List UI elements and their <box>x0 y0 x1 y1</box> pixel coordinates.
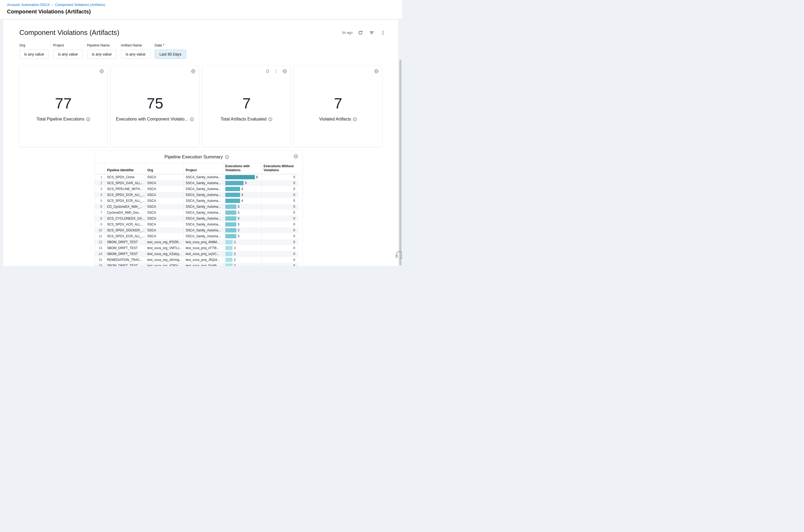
stat-value: 75 <box>111 96 199 111</box>
executions-with-violations-cell: 2 <box>223 239 261 245</box>
executions-with-violations-cell: 3 <box>223 233 261 239</box>
table-row[interactable]: 7CycloneDX_With_Doc...SSCASSCA_Sanity_Au… <box>95 210 298 215</box>
executions-without-violations-cell: 0 <box>261 263 298 266</box>
support-chat-icon[interactable] <box>395 250 402 260</box>
table-row[interactable]: 5SCS_SPDX_ECR_ALL_...SSCASSCA_Sanity_Aut… <box>95 198 298 204</box>
table-row[interactable]: 15REMEDIATION_TRAC...test_ssca_org_zbVmg… <box>95 257 298 263</box>
row-number-cell: 1 <box>95 174 105 180</box>
table-row[interactable]: 8SCS_CYCLONEDX_GA...SSCASSCA_Sanity_Auto… <box>95 215 298 222</box>
alert-bell-icon[interactable] <box>265 69 270 74</box>
violations-bar-value: 8 <box>256 175 258 179</box>
executions-with-violations-cell: 2 <box>223 257 261 263</box>
org-cell: test_ssca_org_tF5Zf0... <box>145 239 183 245</box>
refresh-icon[interactable] <box>358 30 363 35</box>
table-row[interactable]: 14SBOM_DRIFT_TESTtest_ssca_org_XZalzy...… <box>95 251 298 257</box>
violations-bar[interactable] <box>225 210 236 215</box>
table-row[interactable]: 10SCS_SPDX_DOCKER_...SSCASSCA_Sanity_Aut… <box>95 227 298 233</box>
dashboard-title: Component Violations (Artifacts) <box>19 28 119 37</box>
violations-bar-wrap: 2 <box>225 246 259 250</box>
table-row[interactable]: 2SCS_SPDX_GAR_ALL...SSCASSCA_Sanity_Auto… <box>95 180 298 186</box>
row-number-cell: 2 <box>95 180 105 186</box>
violations-bar-value: 3 <box>238 228 240 232</box>
info-icon[interactable] <box>353 117 357 121</box>
violations-bar[interactable] <box>225 234 236 239</box>
violations-bar[interactable] <box>225 264 233 266</box>
violations-bar[interactable] <box>225 228 236 232</box>
filter-icon[interactable] <box>369 30 374 35</box>
stat-label: Violated Artifacts <box>294 117 382 121</box>
executions-without-violations-cell: 0 <box>261 245 298 251</box>
violations-bar[interactable] <box>225 181 244 185</box>
globe-icon[interactable] <box>294 154 298 159</box>
globe-icon[interactable] <box>282 69 287 74</box>
pipeline-identifier-cell: SCS_SPDX_ECR_ALL_... <box>105 192 145 198</box>
column-header-executions-without-violations[interactable]: Executions Without Violations <box>261 163 298 174</box>
violations-bar[interactable] <box>225 175 255 179</box>
filter-label: Project <box>53 43 83 47</box>
violations-bar[interactable] <box>225 222 236 227</box>
breadcrumb-current-link[interactable]: Component Violations (Artifacts) <box>55 3 105 7</box>
violations-bar-value: 3 <box>238 223 240 226</box>
scrollbar-thumb[interactable] <box>399 60 401 265</box>
violations-bar[interactable] <box>225 205 236 209</box>
filter-button[interactable]: is any value <box>19 50 49 59</box>
row-number-cell: 15 <box>95 257 105 263</box>
info-icon[interactable] <box>268 117 272 121</box>
violations-bar-value: 4 <box>241 199 243 203</box>
filter-button[interactable]: Last 90 Days <box>155 50 186 59</box>
tile-controls <box>265 69 287 74</box>
column-header-pipeline-identifier[interactable]: Pipeline Identifier <box>105 163 145 174</box>
pipeline-identifier-cell: SCS_SPDX_ECR_ALL_... <box>105 233 145 239</box>
table-row[interactable]: 9SCS_SPDX_ACR_ALL...SSCASSCA_Sanity_Auto… <box>95 222 298 227</box>
tile-controls <box>191 69 195 74</box>
kebab-icon[interactable] <box>274 69 279 74</box>
filter-button[interactable]: is any value <box>87 50 116 59</box>
violations-bar[interactable] <box>225 216 236 221</box>
row-number-cell: 12 <box>95 239 105 245</box>
table-row[interactable]: 3SCS_PIPELINE_WITH...SSCASSCA_Sanity_Aut… <box>95 186 298 192</box>
violations-bar-value: 2 <box>234 246 236 250</box>
breadcrumb-separator-icon: › <box>52 3 53 7</box>
globe-icon[interactable] <box>99 69 104 74</box>
executions-without-violations-cell: 0 <box>261 239 298 245</box>
info-icon[interactable] <box>225 155 229 159</box>
violations-bar[interactable] <box>225 258 233 262</box>
violations-bar[interactable] <box>225 240 233 244</box>
table-row[interactable]: 13SBOM_DRIFT_TESTtest_ssca_org_VMTLz...t… <box>95 245 298 251</box>
filter-button[interactable]: is any value <box>121 50 150 59</box>
violations-bar-wrap: 3 <box>225 234 259 239</box>
violations-bar[interactable] <box>225 187 240 191</box>
globe-icon[interactable] <box>374 69 379 74</box>
violations-bar[interactable] <box>225 252 233 256</box>
violations-bar[interactable] <box>225 198 240 203</box>
violations-bar[interactable] <box>225 193 240 197</box>
executions-without-violations-cell: 0 <box>261 215 298 222</box>
table-row[interactable]: 12SBOM_DRIFT_TESTtest_ssca_org_tF5Zf0...… <box>95 239 298 245</box>
filter-button[interactable]: is any value <box>53 50 83 59</box>
stat-label-text: Executions with Component Violatio... <box>116 117 188 121</box>
table-row[interactable]: 1SCS_SPDX_CloneSSCASSCA_Sanity_Automa...… <box>95 174 298 180</box>
org-cell: SSCA <box>145 180 183 186</box>
globe-icon[interactable] <box>191 69 195 74</box>
breadcrumb-account-link[interactable]: Account: Automation-SSCA <box>7 3 50 7</box>
table-row[interactable]: 4SCS_SPDX_ECR_ALL_...SSCASSCA_Sanity_Aut… <box>95 192 298 198</box>
org-cell: SSCA <box>145 233 183 239</box>
pipeline-identifier-cell: SCS_SPDX_Clone <box>105 174 145 180</box>
column-header-org[interactable]: Org <box>145 163 183 174</box>
project-cell: SSCA_Sanity_Automa... <box>183 222 223 227</box>
info-icon[interactable] <box>190 117 194 121</box>
table-row[interactable]: 16SBOM_DRIFT_TESTtest_ssca_org_479Gc...t… <box>95 263 298 266</box>
org-cell: SSCA <box>145 222 183 227</box>
column-header-executions-with-violations[interactable]: Executions with Violations <box>223 163 261 174</box>
pipeline-identifier-cell: SCS_SPDX_ECR_ALL_... <box>105 198 145 204</box>
violations-bar[interactable] <box>225 246 233 250</box>
executions-without-violations-cell: 0 <box>261 174 298 180</box>
info-icon[interactable] <box>86 117 90 121</box>
kebab-menu-icon[interactable] <box>380 30 385 35</box>
violations-bar-wrap: 3 <box>225 228 259 232</box>
table-row[interactable]: 11SCS_SPDX_ECR_ALL_...SSCASSCA_Sanity_Au… <box>95 233 298 239</box>
vertical-scrollbar[interactable] <box>399 60 401 265</box>
table-row[interactable]: 6CD_CycloneDX_With_...SSCASSCA_Sanity_Au… <box>95 204 298 210</box>
violations-bar-value: 2 <box>234 240 236 244</box>
column-header-project[interactable]: Project <box>183 163 223 174</box>
